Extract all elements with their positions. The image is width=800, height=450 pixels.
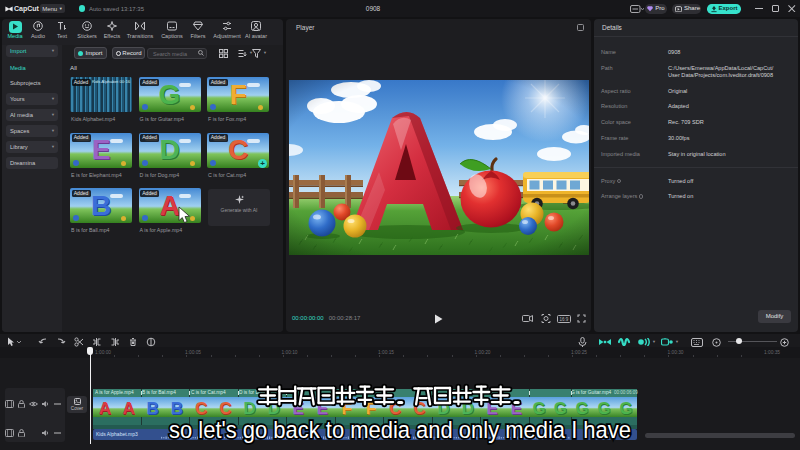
svg-text:so let's go back to media and: so let's go back to media and only media… bbox=[169, 416, 631, 443]
